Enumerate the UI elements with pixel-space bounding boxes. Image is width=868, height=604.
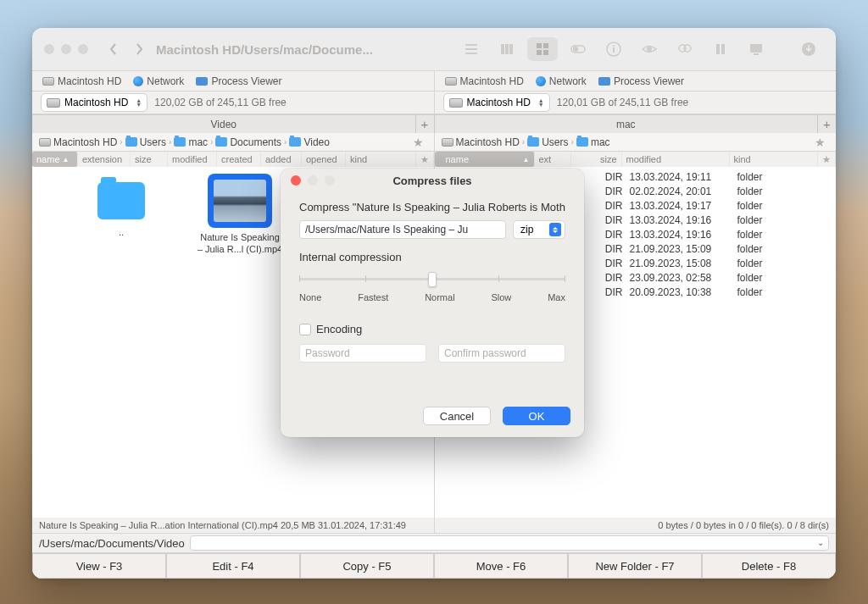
new-folder-button[interactable]: New Folder - F7 <box>568 553 702 579</box>
titlebar: Macintosh HD/Users/mac/Docume... <box>32 28 836 71</box>
folder-icon <box>125 137 137 147</box>
favorites-left: Macintosh HD Network Process Viewer <box>32 71 435 91</box>
view-list-icon[interactable] <box>456 37 487 61</box>
crumb-users[interactable]: Users <box>125 136 166 148</box>
crumb-hd[interactable]: Macintosh HD <box>442 136 520 148</box>
pause-icon[interactable] <box>705 37 736 61</box>
fav-macintosh-hd[interactable]: Macintosh HD <box>42 75 121 87</box>
tab-video[interactable]: Video <box>32 114 415 133</box>
col-created[interactable]: created <box>217 152 261 167</box>
cancel-button[interactable]: Cancel <box>423 407 491 425</box>
dialog-title: Compress files <box>281 175 584 187</box>
encoding-checkbox[interactable] <box>299 324 311 335</box>
col-extension[interactable]: extension <box>78 152 131 167</box>
col-modified[interactable]: modified <box>168 152 217 167</box>
video-thumbnail-icon <box>208 174 272 228</box>
volume-dropdown[interactable]: Macintosh HD▲▼ <box>41 93 147 112</box>
col-size[interactable]: size <box>131 152 168 167</box>
svg-point-8 <box>573 47 578 52</box>
tab-mac[interactable]: mac <box>435 114 818 133</box>
columns-left: name▲ extension size modified created ad… <box>32 152 435 167</box>
add-tab-button[interactable]: + <box>817 114 836 133</box>
folder-icon <box>289 137 301 147</box>
hd-icon <box>449 98 463 108</box>
window-title: Macintosh HD/Users/mac/Docume... <box>156 42 373 57</box>
col-star-icon[interactable]: ★ <box>818 152 836 167</box>
columns-right: name▲ ext size modified kind ★ <box>435 152 837 167</box>
slider-thumb[interactable] <box>428 272 437 287</box>
compress-dialog: Compress files Compress "Nature Is Speak… <box>281 169 584 437</box>
fav-network[interactable]: Network <box>133 75 184 87</box>
svg-rect-3 <box>537 43 542 48</box>
globe-icon <box>536 76 546 86</box>
copy-button[interactable]: Copy - F5 <box>300 553 434 579</box>
crumb-mac[interactable]: mac <box>576 136 610 148</box>
col-name[interactable]: name▲ <box>435 152 535 167</box>
output-path-input[interactable]: /Users/mac/Nature Is Speaking – Ju <box>299 220 506 239</box>
svg-rect-1 <box>505 44 509 54</box>
view-button[interactable]: View - F3 <box>32 553 166 579</box>
col-ext[interactable]: ext <box>535 152 571 167</box>
up-folder-item[interactable]: .. <box>66 182 176 238</box>
file-item[interactable]: Nature Is Speaking– Julia R...l (CI).mp4 <box>185 174 295 256</box>
back-button[interactable] <box>103 39 124 59</box>
download-icon[interactable] <box>793 37 824 61</box>
crumb-video[interactable]: Video <box>289 136 329 148</box>
view-icons-icon[interactable] <box>527 37 558 61</box>
app-window: Macintosh HD/Users/mac/Docume... Macinto… <box>32 28 836 579</box>
globe-icon <box>133 76 143 86</box>
slider-label-max: Max <box>548 292 565 302</box>
fav-network[interactable]: Network <box>536 75 587 87</box>
col-modified[interactable]: modified <box>622 152 730 167</box>
format-select[interactable]: zip <box>513 220 565 239</box>
monitor-icon[interactable] <box>741 37 771 61</box>
confirm-password-input[interactable]: Confirm password <box>438 344 565 363</box>
info-icon[interactable] <box>598 37 629 61</box>
delete-button[interactable]: Delete - F8 <box>702 553 836 579</box>
fav-process-viewer[interactable]: Process Viewer <box>598 75 684 87</box>
col-added[interactable]: added <box>261 152 302 167</box>
svg-rect-0 <box>501 44 504 54</box>
col-kind[interactable]: kind <box>730 152 819 167</box>
fav-process-viewer[interactable]: Process Viewer <box>196 75 281 87</box>
forward-button[interactable] <box>129 39 149 59</box>
compression-slider[interactable] <box>299 270 565 287</box>
slider-label-fastest: Fastest <box>358 292 388 302</box>
fav-macintosh-hd[interactable]: Macintosh HD <box>445 75 524 87</box>
view-columns-icon[interactable] <box>492 37 522 61</box>
svg-rect-17 <box>750 44 762 53</box>
crumb-documents[interactable]: Documents <box>215 136 281 148</box>
crumb-hd[interactable]: Macintosh HD <box>39 136 117 148</box>
col-name[interactable]: name▲ <box>32 152 78 167</box>
hd-icon <box>42 77 54 86</box>
preview-icon[interactable] <box>634 37 665 61</box>
move-button[interactable]: Move - F6 <box>434 553 568 579</box>
favorite-star-icon[interactable]: ★ <box>811 136 829 149</box>
col-kind[interactable]: kind <box>346 152 416 167</box>
slider-label-slow: Slow <box>491 292 511 302</box>
password-input[interactable]: Password <box>299 344 426 363</box>
col-star-icon[interactable]: ★ <box>416 152 434 167</box>
path-dropdown[interactable]: ⌄ <box>190 535 829 551</box>
add-tab-button[interactable]: + <box>415 114 434 133</box>
volume-dropdown[interactable]: Macintosh HD▲▼ <box>443 93 550 112</box>
hd-icon <box>39 138 51 147</box>
svg-rect-4 <box>543 43 548 48</box>
crumb-mac[interactable]: mac <box>174 136 208 148</box>
minimize-window-icon[interactable] <box>61 44 71 54</box>
encoding-label: Encoding <box>316 323 362 335</box>
svg-rect-11 <box>613 47 615 53</box>
col-size[interactable]: size <box>571 152 622 167</box>
ok-button[interactable]: OK <box>503 407 570 425</box>
zoom-window-icon[interactable] <box>78 44 88 54</box>
crumb-users[interactable]: Users <box>527 136 568 148</box>
status-right: 0 bytes / 0 bytes in 0 / 0 file(s). 0 / … <box>435 518 837 533</box>
close-window-icon[interactable] <box>44 44 54 54</box>
favorite-star-icon[interactable]: ★ <box>409 136 427 149</box>
toggle-icon[interactable] <box>563 37 593 61</box>
edit-button[interactable]: Edit - F4 <box>166 553 300 579</box>
svg-point-14 <box>684 45 691 52</box>
search-icon[interactable] <box>670 37 700 61</box>
col-opened[interactable]: opened <box>302 152 346 167</box>
svg-rect-18 <box>754 53 759 55</box>
